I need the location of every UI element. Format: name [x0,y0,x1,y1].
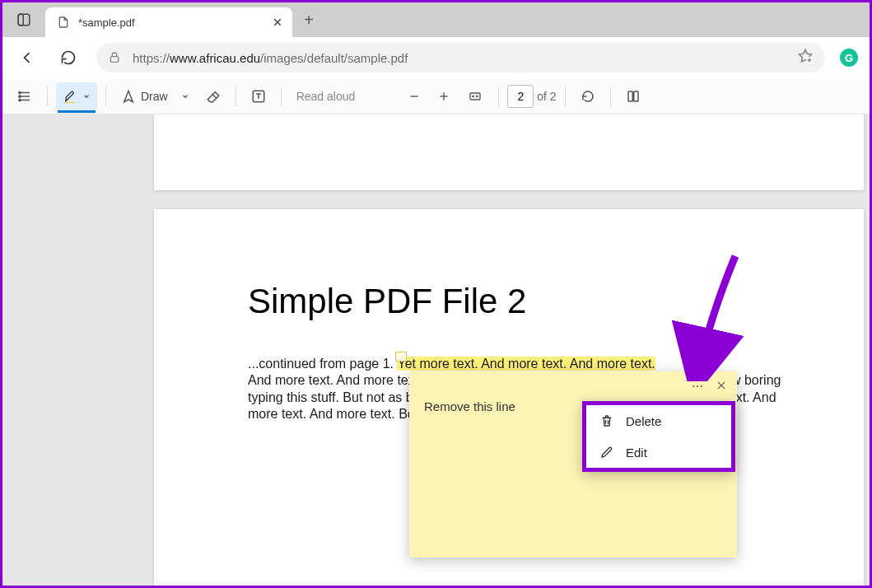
svg-rect-2 [110,57,118,63]
highlighted-text[interactable]: Yet more text. And more text. And more t… [397,357,655,371]
erase-button[interactable] [199,82,227,110]
fit-button[interactable] [460,82,490,110]
back-button[interactable] [14,44,40,71]
zoom-in-button[interactable] [431,82,457,110]
highlight-button[interactable] [56,82,97,110]
svg-rect-16 [628,91,632,101]
pencil-icon [599,445,614,460]
svg-point-19 [697,385,698,387]
svg-point-8 [19,95,21,96]
svg-point-9 [19,99,21,100]
trash-icon [599,413,614,428]
tab-title: *sample.pdf [78,16,263,29]
page-total: of 2 [537,90,556,103]
page-heading: Simple PDF File 2 [248,282,806,321]
draw-button[interactable]: Draw [114,82,196,110]
svg-rect-1 [18,14,23,26]
url-bar[interactable]: https://www.africau.edu/images/default/s… [96,43,825,72]
zoom-out-button[interactable] [401,82,427,110]
svg-rect-15 [470,93,480,100]
lock-icon [108,51,121,64]
contents-button[interactable] [11,82,39,110]
page-view-button[interactable] [619,82,647,110]
rotate-button[interactable] [574,82,602,110]
pdf-toolbar: Draw Read aloud of 2 [2,78,870,114]
page-number-input[interactable] [507,85,534,108]
refresh-button[interactable] [55,44,82,71]
svg-rect-17 [633,91,637,101]
page-previous-stub [154,114,864,190]
new-tab-button[interactable]: + [292,2,325,37]
chevron-down-icon [82,92,91,100]
note-close-button[interactable] [716,380,727,396]
address-bar: https://www.africau.edu/images/default/s… [2,37,870,78]
draw-label: Draw [141,90,168,103]
menu-item-edit[interactable]: Edit [586,436,731,468]
title-bar: *sample.pdf + [2,2,870,37]
url-text: https://www.africau.edu/images/default/s… [133,51,786,65]
file-icon [57,16,70,29]
chevron-down-icon [181,92,189,100]
tab-close-button[interactable] [271,16,284,29]
svg-point-7 [19,91,21,93]
note-context-menu: Delete Edit [582,401,735,472]
svg-point-20 [701,385,702,387]
read-aloud-button[interactable]: Read aloud [290,82,362,110]
tab-overview-button[interactable] [2,2,45,37]
note-options-button[interactable] [691,380,704,396]
svg-point-18 [692,385,694,387]
svg-rect-10 [65,101,75,103]
menu-item-delete[interactable]: Delete [586,405,731,436]
favorite-button[interactable] [797,48,814,68]
grammarly-icon[interactable]: G [840,49,858,67]
text-button[interactable] [245,82,273,110]
note-anchor-icon[interactable] [395,352,407,362]
browser-tab[interactable]: *sample.pdf [45,7,292,37]
